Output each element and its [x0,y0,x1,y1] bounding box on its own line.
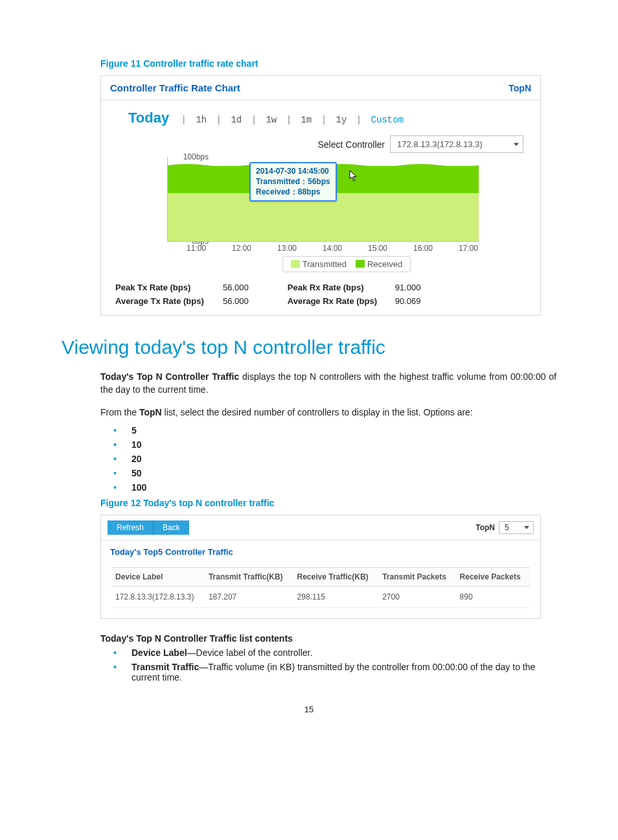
list-item: Transmit Traffic—Traffic volume (in KB) … [113,662,556,682]
peak-tx-label: Peak Tx Rate (bps) [115,283,219,292]
options-list: 5 10 20 50 100 [100,425,556,493]
xtick-6: 16:00 [413,244,433,253]
panel11-header: Controller Traffic Rate Chart TopN [101,76,540,100]
list-item: 20 [113,454,556,464]
cell-device: 172.8.13.3(172.8.13.3) [111,586,205,607]
figure-11-caption: Figure 11 Controller traffic rate chart [100,58,556,69]
list-item: 5 [113,425,556,436]
range-1w[interactable]: 1w [266,115,277,125]
cell-rxp: 890 [456,586,530,607]
topn-label: TopN [475,523,495,532]
figure-12-caption: Figure 12 Today's top N controller traff… [100,498,556,508]
th-tx: Transmit Traffic(KB) [205,567,293,586]
time-range-row: Today | 1h | 1d | 1w | 1m | 1y | Custom [128,110,526,126]
range-1h[interactable]: 1h [196,115,207,125]
peak-rx-value: 91.000 [395,283,421,292]
chart-legend: Transmitted Received [282,256,411,272]
th-rx: Receive Traffic(KB) [293,567,379,586]
panel12-subtitle: Today's Top5 Controller Traffic [101,541,540,563]
chevron-down-icon [514,143,519,146]
tooltip-timestamp: 2014-07-30 14:45:00 [256,166,330,176]
xtick-1: 11:00 [187,244,206,253]
paragraph-1: Today's Top N Controller Traffic display… [100,370,556,397]
select-controller-dropdown[interactable]: 172.8.13.3(172.8.13.3) [390,135,523,153]
topn-link[interactable]: TopN [509,83,531,93]
contents-heading: Today's Top N Controller Traffic list co… [100,633,556,644]
stats-row: Peak Tx Rate (bps)56.000 Average Tx Rate… [115,283,526,306]
traffic-table: Device Label Transmit Traffic(KB) Receiv… [111,567,530,608]
paragraph-2: From the TopN list, select the desired n… [100,406,556,419]
peak-rx-label: Peak Rx Rate (bps) [288,283,391,292]
topn-dropdown[interactable]: 5 [499,521,534,534]
list-item: Device Label—Device label of the control… [113,648,556,658]
cell-txp: 2700 [378,586,455,607]
avg-rx-value: 90.069 [395,296,421,306]
th-txp: Transmit Packets [378,567,455,586]
button-group: Refresh Back [108,520,189,535]
section-heading: Viewing today's top N controller traffic [62,336,556,358]
figure-12-panel: Refresh Back TopN 5 Today's Top5 Control… [100,515,541,619]
page-number: 15 [62,705,556,714]
range-custom[interactable]: Custom [371,115,404,125]
cell-tx: 187.207 [205,586,293,607]
range-today[interactable]: Today [128,110,169,126]
cell-rx: 298.115 [293,586,379,607]
avg-tx-value: 56.000 [223,296,249,306]
list-item: 10 [113,439,556,450]
figure-11-panel: Controller Traffic Rate Chart TopN Today… [100,75,541,316]
contents-list: Device Label—Device label of the control… [100,648,556,682]
range-1m[interactable]: 1m [301,115,312,125]
legend-swatch-tx [291,260,300,268]
select-controller-label: Select Controller [318,139,385,150]
traffic-chart: 100bps 50bps 0bps 2014-07-30 14:45:00 Tr… [167,157,526,272]
chevron-down-icon [524,526,529,529]
xtick-2: 12:00 [232,244,251,253]
cursor-icon [349,170,358,185]
th-rxp: Receive Packets [456,567,530,586]
th-device: Device Label [111,567,205,586]
range-1y[interactable]: 1y [336,115,347,125]
chart-tooltip: 2014-07-30 14:45:00 Transmitted：56bps Re… [249,162,337,202]
legend-tx-label: Transmitted [303,259,347,269]
xtick-4: 14:00 [323,244,342,253]
legend-rx-label: Received [367,259,402,269]
list-item: 50 [113,468,556,478]
legend-swatch-rx [356,260,365,268]
list-item: 100 [113,482,556,493]
range-1d[interactable]: 1d [231,115,242,125]
xtick-3: 13:00 [277,244,297,253]
avg-rx-label: Average Rx Rate (bps) [288,296,391,306]
peak-tx-value: 56.000 [223,283,249,292]
table-row: 172.8.13.3(172.8.13.3) 187.207 298.115 2… [111,586,530,607]
topn-value: 5 [505,523,509,532]
xtick-5: 15:00 [368,244,387,253]
refresh-button[interactable]: Refresh [108,520,153,535]
select-controller-value: 172.8.13.3(172.8.13.3) [397,139,483,149]
back-button[interactable]: Back [153,520,189,535]
xtick-7: 17:00 [459,244,478,253]
panel11-title: Controller Traffic Rate Chart [110,82,240,93]
avg-tx-label: Average Tx Rate (bps) [115,296,219,306]
